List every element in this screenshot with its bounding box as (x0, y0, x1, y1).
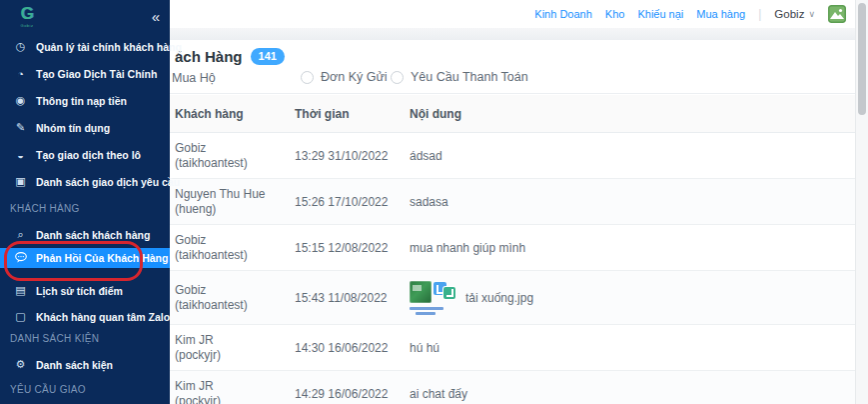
filter-label: Đơn Ký Gửi (321, 70, 388, 84)
sidebar-item-lich-su-tich-diem[interactable]: ▤ Lịch sử tích điểm (0, 277, 170, 304)
batch-icon: ◒ (14, 149, 27, 161)
sidebar-item-nhom-tin-dung[interactable]: ✎ Nhóm tín dụng (0, 114, 170, 141)
nav-link-kho[interactable]: Kho (605, 8, 625, 20)
filter-radio-group: Mua Hộ Đơn Ký Gửi Yêu Cầu Thanh Toán (170, 70, 855, 88)
attachment-caption-line (416, 312, 435, 315)
filter-don-ky-gui[interactable]: Đơn Ký Gửi (301, 70, 388, 84)
sidebar: G Gobiz « ◷ Quản lý tài chính khách hàng… (0, 0, 170, 404)
feedback-table: Khách hàng Thời gian Nội dung Gobiz (tai… (170, 95, 855, 404)
chevron-down-icon: ∨ (808, 9, 815, 19)
scrollbar[interactable] (855, 0, 868, 404)
customer-username: (taikhoantest) (175, 248, 248, 263)
attachment-caption-line (410, 307, 443, 310)
customer-name: Gobiz (175, 233, 206, 248)
table-row[interactable]: Kim JR (pockyjr) 14:29 16/06/2022 ai cha… (170, 371, 855, 404)
download-icon (443, 287, 455, 299)
sidebar-item-label: Lịch sử tích điểm (36, 285, 123, 297)
customer-name: Gobiz (175, 141, 206, 156)
title-row: ách Hàng 141 (175, 48, 285, 65)
nav-link-mua-hang[interactable]: Mua hàng (696, 8, 745, 20)
sidebar-item-label: Tạo giao dịch theo lô (36, 149, 141, 161)
table-row[interactable]: Nguyen Thu Hue (hueng) 15:26 17/10/2022 … (170, 179, 855, 225)
user-name: Gobiz (774, 8, 804, 20)
sidebar-item-phan-hoi-cua-khach-hang[interactable]: Phản Hồi Của Khách Hàng (0, 248, 170, 268)
attachment-preview[interactable] (410, 281, 455, 315)
sidebar-section-danh-sach-kien: DANH SÁCH KIỆN (0, 327, 170, 349)
avatar[interactable] (828, 5, 846, 23)
sidebar-item-label: Thông tin nạp tiền (36, 95, 127, 107)
radio-icon[interactable] (301, 71, 314, 84)
sidebar-item-danh-sach-khach-hang[interactable]: ⌕ Danh sách khách hàng (0, 221, 170, 248)
column-header-khach-hang: Khách hàng (170, 95, 295, 132)
sidebar-item-label: Danh sách kiện (36, 359, 113, 371)
feedback-time: 15:26 17/10/2022 (295, 179, 410, 224)
user-menu[interactable]: Gobiz ∨ (774, 8, 815, 20)
sidebar-item-label: Tạo Giao Dịch Tài Chính (36, 68, 157, 80)
app-window: Kinh Doanh Kho Khiếu nại Mua hàng | Gobi… (0, 0, 868, 404)
divider-line (170, 93, 855, 94)
table-header: Khách hàng Thời gian Nội dung (170, 95, 855, 133)
sidebar-item-tao-giao-dich-theo-lo[interactable]: ◒ Tạo giao dịch theo lô (0, 141, 170, 168)
app-logo[interactable]: G Gobiz (12, 5, 42, 28)
customer-name: Kim JR (175, 333, 214, 348)
table-row[interactable]: Gobiz (taikhoantest) 13:29 31/10/2022 ád… (170, 133, 855, 179)
table-row[interactable]: Gobiz (taikhoantest) 15:43 11/08/2022 tả (170, 271, 855, 325)
feedback-time: 15:43 11/08/2022 (295, 271, 410, 324)
gear-icon: ⚙ (14, 358, 27, 371)
sidebar-item-tao-giao-dich-tai-chinh[interactable]: ◔ Tạo Giao Dịch Tài Chính (0, 60, 170, 87)
customer-username: (taikhoantest) (175, 156, 248, 171)
feedback-time: 14:30 16/06/2022 (295, 325, 410, 370)
feedback-time: 13:29 31/10/2022 (295, 133, 410, 178)
sidebar-item-quan-ly-tai-chinh[interactable]: ◷ Quản lý tài chính khách hàng (0, 33, 170, 60)
sidebar-collapse-icon[interactable]: « (152, 8, 160, 25)
count-badge: 141 (251, 48, 285, 65)
sidebar-item-thong-tin-nap-tien[interactable]: ◉ Thông tin nạp tiền (0, 87, 170, 114)
column-header-noi-dung: Nội dung (410, 95, 855, 132)
nav-link-khieu-nai[interactable]: Khiếu nại (637, 8, 683, 20)
finance-icon: ◷ (14, 40, 27, 53)
table-row[interactable]: Gobiz (taikhoantest) 15:15 12/08/2022 mu… (170, 225, 855, 271)
image-thumbnail[interactable] (410, 281, 432, 303)
feedback-content: ádsad (410, 133, 855, 178)
customer-name: Kim JR (175, 379, 214, 394)
attachment-filename: tải xuống.jpg (465, 291, 533, 305)
nav-link-kinh-doanh[interactable]: Kinh Doanh (534, 8, 592, 20)
customer-name: Nguyen Thu Hue (175, 187, 266, 202)
transaction-icon: ◔ (14, 68, 27, 80)
radio-icon[interactable] (391, 71, 404, 84)
sidebar-item-label: Phản Hồi Của Khách Hàng (36, 252, 168, 264)
divider: | (758, 7, 761, 21)
feedback-content: mua nhanh giúp mình (410, 225, 855, 270)
topup-icon: ◉ (14, 94, 27, 107)
sidebar-item-label: Danh sách giao dịch yêu cầu (36, 176, 180, 188)
column-header-thoi-gian: Thời gian (295, 95, 410, 132)
feedback-content: hú hú (410, 325, 855, 370)
sidebar-item-label: Quản lý tài chính khách hàng (36, 41, 182, 53)
table-row[interactable]: Kim JR (pockyjr) 14:30 16/06/2022 hú hú (170, 325, 855, 371)
customer-username: (hueng) (175, 202, 216, 217)
logo-subtext: Gobiz (12, 23, 42, 28)
chat-bubble-icon (14, 252, 27, 265)
list-icon: ▣ (14, 175, 27, 188)
filter-label: Yêu Cầu Thanh Toán (411, 70, 528, 84)
scrollbar-thumb[interactable] (858, 3, 866, 115)
feedback-content: ai chat đấy (410, 371, 855, 404)
top-nav: Kinh Doanh Kho Khiếu nại Mua hàng | Gobi… (534, 0, 846, 28)
page-title: ách Hàng (175, 48, 243, 65)
feedback-content: sadasa (410, 179, 855, 224)
sidebar-item-label: Nhóm tín dụng (36, 122, 110, 134)
customer-username: (taikhoantest) (175, 298, 248, 313)
customer-username: (pockyjr) (175, 394, 221, 404)
filter-mua-ho[interactable]: Mua Hộ (172, 71, 216, 85)
sidebar-item-khach-hang-quan-tam-zalo[interactable]: ▢ Khách hàng quan tâm Zalo (0, 303, 170, 330)
customer-username: (pockyjr) (175, 348, 221, 363)
main-panel: ách Hàng 141 Mua Hộ Đơn Ký Gửi Yêu Cầu T… (170, 40, 855, 404)
sidebar-item-label: Khách hàng quan tâm Zalo (36, 311, 170, 323)
filter-yeu-cau-thanh-toan[interactable]: Yêu Cầu Thanh Toán (391, 70, 528, 84)
history-icon: ▤ (14, 284, 27, 297)
sidebar-item-danh-sach-kien[interactable]: ⚙ Danh sách kiện (0, 351, 170, 378)
feedback-time: 14:29 16/06/2022 (295, 371, 410, 404)
zalo-icon: ▢ (14, 310, 27, 323)
sidebar-item-label: Danh sách khách hàng (36, 229, 150, 241)
sidebar-item-danh-sach-giao-dich-yeu-cau[interactable]: ▣ Danh sách giao dịch yêu cầu (0, 168, 170, 195)
